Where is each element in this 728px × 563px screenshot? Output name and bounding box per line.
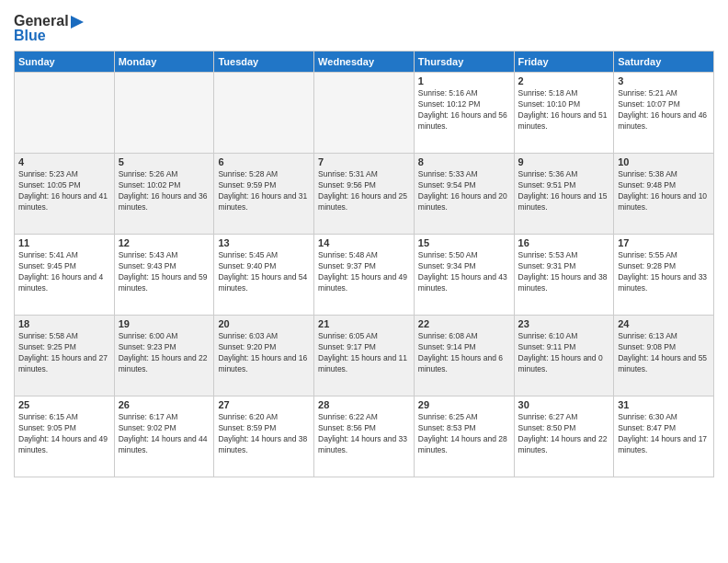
day-info: Sunrise: 6:20 AMSunset: 8:59 PMDaylight:… [218,412,310,456]
calendar-cell-6: 6Sunrise: 5:28 AMSunset: 9:59 PMDaylight… [214,154,314,235]
day-info: Sunrise: 5:50 AMSunset: 9:34 PMDaylight:… [418,250,510,294]
logo-arrow-icon [71,16,84,29]
day-info: Sunrise: 6:27 AMSunset: 8:50 PMDaylight:… [518,412,610,456]
calendar-cell-empty [114,73,214,154]
calendar-cell-4: 4Sunrise: 5:23 AMSunset: 10:05 PMDayligh… [15,154,115,235]
day-info: Sunrise: 5:16 AMSunset: 10:12 PMDaylight… [418,88,510,132]
calendar-cell-empty [314,73,415,154]
day-info: Sunrise: 5:41 AMSunset: 9:45 PMDaylight:… [18,250,110,294]
day-number: 29 [418,399,510,410]
day-info: Sunrise: 5:55 AMSunset: 9:28 PMDaylight:… [618,250,710,294]
calendar-cell-19: 19Sunrise: 6:00 AMSunset: 9:23 PMDayligh… [114,316,214,396]
weekday-header-wednesday: Wednesday [314,52,415,73]
calendar-cell-8: 8Sunrise: 5:33 AMSunset: 9:54 PMDaylight… [414,154,514,235]
day-info: Sunrise: 5:23 AMSunset: 10:05 PMDaylight… [18,169,110,213]
day-number: 5 [119,156,210,167]
week-row-5: 25Sunrise: 6:15 AMSunset: 9:05 PMDayligh… [15,396,714,477]
calendar-cell-14: 14Sunrise: 5:48 AMSunset: 9:37 PMDayligh… [314,235,415,316]
day-info: Sunrise: 5:48 AMSunset: 9:37 PMDaylight:… [318,250,410,294]
calendar-cell-7: 7Sunrise: 5:31 AMSunset: 9:56 PMDaylight… [314,154,415,235]
day-number: 25 [18,399,110,410]
svg-marker-0 [71,16,84,29]
day-number: 19 [119,318,210,329]
logo: General Blue [14,9,84,43]
weekday-header-tuesday: Tuesday [214,52,314,73]
day-number: 13 [218,237,310,248]
day-info: Sunrise: 6:05 AMSunset: 9:17 PMDaylight:… [318,331,410,375]
day-number: 9 [518,156,610,167]
day-number: 14 [318,237,410,248]
calendar-cell-11: 11Sunrise: 5:41 AMSunset: 9:45 PMDayligh… [15,235,115,316]
day-number: 18 [18,318,110,329]
calendar-cell-25: 25Sunrise: 6:15 AMSunset: 9:05 PMDayligh… [15,396,115,477]
day-info: Sunrise: 5:53 AMSunset: 9:31 PMDaylight:… [518,250,610,294]
week-row-2: 4Sunrise: 5:23 AMSunset: 10:05 PMDayligh… [15,154,714,235]
day-info: Sunrise: 5:38 AMSunset: 9:48 PMDaylight:… [618,169,710,213]
day-number: 2 [518,75,610,86]
calendar-cell-3: 3Sunrise: 5:21 AMSunset: 10:07 PMDayligh… [614,73,714,154]
calendar-cell-5: 5Sunrise: 5:26 AMSunset: 10:02 PMDayligh… [114,154,214,235]
day-info: Sunrise: 5:21 AMSunset: 10:07 PMDaylight… [618,88,710,132]
day-number: 30 [518,399,610,410]
day-number: 6 [218,156,310,167]
calendar-cell-24: 24Sunrise: 6:13 AMSunset: 9:08 PMDayligh… [614,316,714,396]
day-info: Sunrise: 5:18 AMSunset: 10:10 PMDaylight… [518,88,610,132]
calendar-cell-17: 17Sunrise: 5:55 AMSunset: 9:28 PMDayligh… [614,235,714,316]
day-number: 17 [618,237,710,248]
day-number: 21 [318,318,410,329]
week-row-1: 1Sunrise: 5:16 AMSunset: 10:12 PMDayligh… [15,73,714,154]
day-info: Sunrise: 5:45 AMSunset: 9:40 PMDaylight:… [218,250,310,294]
day-info: Sunrise: 6:08 AMSunset: 9:14 PMDaylight:… [418,331,510,375]
day-info: Sunrise: 5:28 AMSunset: 9:59 PMDaylight:… [218,169,310,213]
day-number: 15 [418,237,510,248]
calendar-cell-22: 22Sunrise: 6:08 AMSunset: 9:14 PMDayligh… [414,316,514,396]
logo-blue: Blue [14,29,84,43]
weekday-header-monday: Monday [114,52,214,73]
day-number: 7 [318,156,410,167]
calendar-cell-18: 18Sunrise: 5:58 AMSunset: 9:25 PMDayligh… [15,316,115,396]
day-info: Sunrise: 5:31 AMSunset: 9:56 PMDaylight:… [318,169,410,213]
day-number: 28 [318,399,410,410]
day-info: Sunrise: 6:03 AMSunset: 9:20 PMDaylight:… [218,331,310,375]
calendar-cell-15: 15Sunrise: 5:50 AMSunset: 9:34 PMDayligh… [414,235,514,316]
day-number: 31 [618,399,710,410]
calendar-cell-21: 21Sunrise: 6:05 AMSunset: 9:17 PMDayligh… [314,316,415,396]
day-number: 4 [18,156,110,167]
header: General Blue [14,9,714,43]
calendar-cell-empty [15,73,115,154]
weekday-header-row: SundayMondayTuesdayWednesdayThursdayFrid… [15,52,714,73]
day-number: 16 [518,237,610,248]
day-info: Sunrise: 5:43 AMSunset: 9:43 PMDaylight:… [119,250,210,294]
day-number: 22 [418,318,510,329]
calendar-cell-20: 20Sunrise: 6:03 AMSunset: 9:20 PMDayligh… [214,316,314,396]
calendar-cell-12: 12Sunrise: 5:43 AMSunset: 9:43 PMDayligh… [114,235,214,316]
calendar-page: General Blue SundayMondayTuesdayWednesda… [0,0,728,563]
day-info: Sunrise: 6:00 AMSunset: 9:23 PMDaylight:… [119,331,210,375]
week-row-3: 11Sunrise: 5:41 AMSunset: 9:45 PMDayligh… [15,235,714,316]
day-number: 27 [218,399,310,410]
day-info: Sunrise: 6:25 AMSunset: 8:53 PMDaylight:… [418,412,510,456]
logo-text: General Blue [14,14,84,43]
day-number: 20 [218,318,310,329]
day-info: Sunrise: 6:10 AMSunset: 9:11 PMDaylight:… [518,331,610,375]
day-info: Sunrise: 6:30 AMSunset: 8:47 PMDaylight:… [618,412,710,456]
day-number: 12 [119,237,210,248]
day-number: 26 [119,399,210,410]
day-info: Sunrise: 6:22 AMSunset: 8:56 PMDaylight:… [318,412,410,456]
day-number: 3 [618,75,710,86]
calendar-cell-16: 16Sunrise: 5:53 AMSunset: 9:31 PMDayligh… [514,235,614,316]
day-info: Sunrise: 5:36 AMSunset: 9:51 PMDaylight:… [518,169,610,213]
calendar-cell-10: 10Sunrise: 5:38 AMSunset: 9:48 PMDayligh… [614,154,714,235]
calendar-cell-28: 28Sunrise: 6:22 AMSunset: 8:56 PMDayligh… [314,396,415,477]
calendar-cell-empty [214,73,314,154]
day-info: Sunrise: 6:15 AMSunset: 9:05 PMDaylight:… [18,412,110,456]
day-info: Sunrise: 6:13 AMSunset: 9:08 PMDaylight:… [618,331,710,375]
day-info: Sunrise: 6:17 AMSunset: 9:02 PMDaylight:… [119,412,210,456]
logo-general: General [14,14,84,29]
calendar-cell-26: 26Sunrise: 6:17 AMSunset: 9:02 PMDayligh… [114,396,214,477]
day-number: 1 [418,75,510,86]
day-info: Sunrise: 5:33 AMSunset: 9:54 PMDaylight:… [418,169,510,213]
weekday-header-sunday: Sunday [15,52,115,73]
calendar-cell-2: 2Sunrise: 5:18 AMSunset: 10:10 PMDayligh… [514,73,614,154]
calendar-cell-29: 29Sunrise: 6:25 AMSunset: 8:53 PMDayligh… [414,396,514,477]
